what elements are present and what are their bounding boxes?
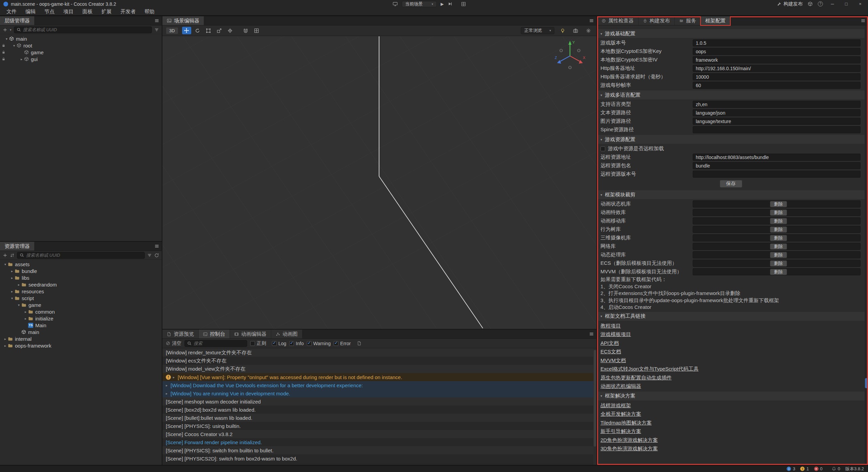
expand-arrow-icon[interactable]: ▸ — [23, 310, 28, 314]
build-publish-button[interactable]: 构建发布 — [777, 1, 803, 7]
status-info-counter[interactable]: i 3 — [787, 466, 795, 471]
preview-platform-icon[interactable] — [393, 1, 398, 6]
field-input[interactable]: 1.0.5 — [693, 39, 861, 46]
asset-node-script[interactable]: ▾ script — [0, 295, 162, 301]
log-row[interactable]: [Window] render_texture文件夹不存在 — [162, 349, 596, 357]
tab-property-inspector[interactable]: 属性检查器 — [597, 16, 638, 25]
menu-panel[interactable]: 面板 — [78, 8, 97, 15]
scrollbar-thumb[interactable] — [594, 350, 596, 447]
menu-project[interactable]: 项目 — [59, 8, 78, 15]
expand-arrow-icon[interactable]: ▸ — [19, 57, 24, 61]
panel-menu-icon[interactable] — [154, 18, 159, 23]
tab-console[interactable]: 控制台 — [199, 330, 230, 338]
asset-node-main-ts[interactable]: TS Main — [0, 322, 162, 329]
section-multi-language[interactable]: ▾ 游戏多语言配置 — [597, 91, 865, 99]
hierarchy-node-root[interactable]: ▾ root — [0, 42, 162, 49]
delete-module-button[interactable]: 删除 — [770, 252, 787, 258]
sort-icon[interactable] — [10, 253, 15, 258]
log-row[interactable]: [Scene] [bullet]:bullet wasm lib loaded. — [162, 414, 596, 422]
minimize-button[interactable]: ─ — [828, 1, 837, 6]
hierarchy-node-game[interactable]: game — [0, 49, 162, 56]
orientation-gizmo[interactable]: Y X Z — [553, 38, 587, 72]
help-icon[interactable]: ? — [818, 1, 823, 6]
filter-log[interactable]: Log — [272, 341, 286, 346]
scale-tool-button[interactable] — [215, 27, 224, 34]
link-api-docs[interactable]: API文档 — [597, 339, 865, 348]
assets-search-input[interactable] — [26, 253, 142, 258]
link-ecs-docs[interactable]: ECS文档 — [597, 347, 865, 356]
menu-edit[interactable]: 编辑 — [21, 8, 40, 15]
expand-arrow-icon[interactable]: ▾ — [12, 44, 17, 47]
section-module-trim[interactable]: ▾ 框架模块裁剪 — [597, 190, 865, 199]
clear-console-button[interactable]: 清空 — [166, 340, 181, 347]
log-row-warning[interactable]: ! ▸ [Window] [Vue warn]: Property "onInp… — [162, 373, 596, 381]
link-animator-editor[interactable]: 动画状态机编辑器 — [597, 382, 865, 391]
expand-arrow-icon[interactable]: ▸ — [3, 344, 8, 348]
field-input[interactable] — [693, 171, 861, 178]
log-row[interactable]: [Scene] [PHYSICS]: switch from builtin t… — [162, 446, 596, 454]
asset-node-assets[interactable]: ▾ assets — [0, 261, 162, 268]
expand-arrow-icon[interactable]: ▸ — [3, 337, 8, 341]
menu-developer[interactable]: 开发者 — [116, 8, 140, 15]
panel-menu-icon[interactable] — [589, 332, 594, 337]
delete-module-button[interactable]: 删除 — [770, 269, 787, 275]
delete-module-button[interactable]: 删除 — [770, 260, 787, 267]
tab-asset-preview[interactable]: 资源预览 — [162, 330, 198, 338]
open-log-file-icon[interactable] — [357, 341, 361, 346]
tab-assets[interactable]: 资源管理器 — [0, 242, 34, 251]
step-frame-button[interactable] — [448, 2, 452, 6]
scene-viewport[interactable]: Y X Z — [162, 36, 596, 329]
console-scrollbar[interactable] — [593, 349, 596, 465]
asset-node-resources[interactable]: ▸ resources — [0, 288, 162, 295]
hierarchy-search-input[interactable] — [23, 27, 149, 32]
menu-help[interactable]: 帮助 — [140, 8, 159, 15]
rotate-tool-button[interactable] — [193, 27, 202, 34]
status-warning-counter[interactable]: ! 1 — [800, 466, 809, 471]
asset-node-bundle[interactable]: ▸ bundle — [0, 268, 162, 274]
inspector-scrollbar[interactable] — [865, 25, 868, 465]
asset-node-common[interactable]: ▸ common — [0, 308, 162, 315]
link-tutorial-project[interactable]: 教程项目 — [597, 321, 865, 330]
field-input[interactable]: zh,en — [693, 101, 861, 108]
expand-arrow-icon[interactable]: ▸ — [23, 317, 28, 320]
expand-arrow-icon[interactable]: ▸ — [9, 269, 15, 273]
asset-node-initialize[interactable]: ▸ initialize — [0, 315, 162, 322]
field-input[interactable]: 60 — [693, 82, 861, 89]
panel-menu-icon[interactable] — [154, 244, 159, 249]
filter-icon[interactable] — [154, 27, 159, 32]
gear-icon[interactable] — [584, 27, 593, 34]
link-guide-solution[interactable]: 新手引导解决方案 — [597, 427, 865, 436]
delete-module-button[interactable]: 删除 — [770, 218, 787, 224]
asset-node-seedrandom[interactable]: ▸ seedrandom — [0, 281, 162, 288]
tab-animation-editor[interactable]: 动画编辑器 — [230, 330, 271, 338]
field-input[interactable]: bundle — [693, 162, 861, 169]
remote-load-checkbox[interactable] — [600, 146, 605, 151]
checkbox[interactable] — [250, 341, 255, 346]
section-game-resources[interactable]: ▾ 游戏资源配置 — [597, 135, 865, 144]
link-fullstack-solution[interactable]: 全栈开发解决方案 — [597, 410, 865, 418]
rect-tool-button[interactable] — [204, 27, 213, 34]
lock-icon[interactable] — [2, 51, 5, 54]
delete-module-button[interactable]: 删除 — [770, 235, 787, 241]
camera-settings-icon[interactable] — [571, 27, 580, 34]
delete-module-button[interactable]: 删除 — [770, 201, 787, 207]
grid-toggle-button[interactable] — [252, 27, 261, 34]
log-row-info[interactable]: [Scene] Forward render pipeline initiali… — [162, 438, 596, 446]
lock-icon[interactable] — [2, 57, 5, 61]
delete-module-button[interactable]: 删除 — [770, 227, 787, 233]
asset-node-libs[interactable]: ▸ libs — [0, 274, 162, 281]
anchor-tool-button[interactable] — [225, 27, 235, 34]
expand-arrow-icon[interactable]: ▸ — [9, 290, 15, 293]
field-input[interactable]: oops — [693, 48, 861, 55]
tab-framework-config[interactable]: 框架配置 — [701, 16, 730, 25]
log-row[interactable]: [Scene] [PHYSICS2D]: switch from box2d-w… — [162, 454, 596, 463]
field-input[interactable] — [693, 126, 861, 133]
refresh-icon[interactable] — [154, 253, 159, 258]
asset-node-main-scene[interactable]: main — [0, 329, 162, 335]
log-row[interactable]: [Window] model_view文件夹不存在 — [162, 365, 596, 373]
filter-warning[interactable]: Warning — [307, 341, 331, 346]
status-task-counter[interactable]: 0 — [832, 466, 840, 471]
log-row[interactable]: [Window] ecs文件夹不存在 — [162, 357, 596, 365]
tab-hierarchy[interactable]: 层级管理器 — [0, 16, 34, 25]
expand-arrow-icon[interactable]: ▾ — [16, 303, 21, 307]
